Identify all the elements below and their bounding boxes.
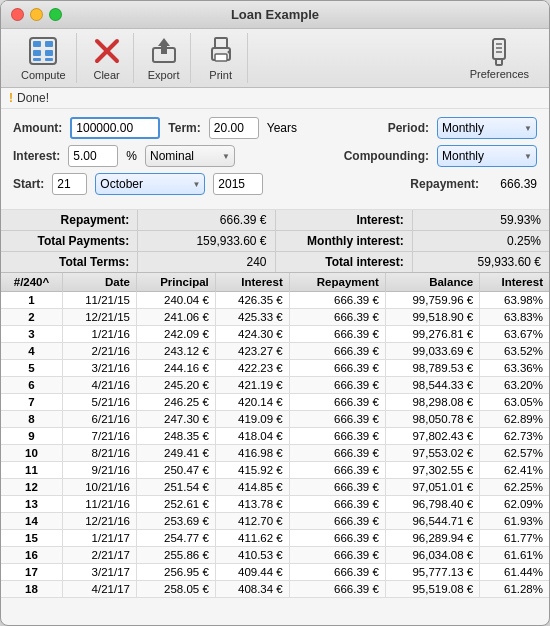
table-cell: 414.85 € [215,479,289,496]
total-terms-label: Total Terms: [1,252,138,272]
term-input[interactable] [209,117,259,139]
print-icon [205,35,237,67]
print-toolbar-item[interactable]: Print [195,33,248,83]
table-row[interactable]: 108/21/16249.41 €416.98 €666.39 €97,553.… [1,445,549,462]
compounding-select-wrapper[interactable]: Monthly [437,145,537,167]
nominal-select[interactable]: Nominal [145,145,235,167]
table-cell: 422.23 € [215,360,289,377]
table-cell: 62.89% [480,411,549,428]
start-label: Start: [13,177,44,191]
table-row[interactable]: 1412/21/16253.69 €412.70 €666.39 €96,544… [1,513,549,530]
table-cell: 408.34 € [215,581,289,598]
table-cell: 420.14 € [215,394,289,411]
table-cell: 98,544.33 € [385,377,479,394]
table-cell: 426.35 € [215,292,289,309]
compounding-select[interactable]: Monthly [437,145,537,167]
table-cell: 61.28% [480,581,549,598]
start-day-input[interactable] [52,173,87,195]
table-cell: 17 [1,564,62,581]
month-select[interactable]: October [95,173,205,195]
table-row[interactable]: 53/21/16244.16 €422.23 €666.39 €98,789.5… [1,360,549,377]
close-button[interactable] [11,8,24,21]
percent-label: % [126,149,137,163]
compute-toolbar-item[interactable]: Compute [11,33,77,83]
clear-toolbar-item[interactable]: Clear [81,33,134,83]
table-cell: 666.39 € [289,462,385,479]
table-row[interactable]: 119/21/16250.47 €415.92 €666.39 €97,302.… [1,462,549,479]
table-cell: 410.53 € [215,547,289,564]
table-cell: 240.04 € [136,292,215,309]
toolbar: Compute Clear Export [1,29,549,88]
table-container[interactable]: #/240^ Date Principal Interest Repayment… [1,273,549,625]
table-row[interactable]: 184/21/17258.05 €408.34 €666.39 €95,519.… [1,581,549,598]
export-toolbar-item[interactable]: Export [138,33,191,83]
col-header-interest: Interest [215,273,289,292]
table-row[interactable]: 64/21/16245.20 €421.19 €666.39 €98,544.3… [1,377,549,394]
repayment-summary-value: 666.39 € [138,210,275,230]
table-cell: 252.61 € [136,496,215,513]
table-row[interactable]: 173/21/17256.95 €409.44 €666.39 €95,777.… [1,564,549,581]
table-row[interactable]: 1210/21/16251.54 €414.85 €666.39 €97,051… [1,479,549,496]
table-row[interactable]: 42/21/16243.12 €423.27 €666.39 €99,033.6… [1,343,549,360]
period-select-wrapper[interactable]: Monthly [437,117,537,139]
minimize-button[interactable] [30,8,43,21]
table-cell: 63.20% [480,377,549,394]
table-row[interactable]: 86/21/16247.30 €419.09 €666.39 €98,050.7… [1,411,549,428]
table-row[interactable]: 1311/21/16252.61 €413.78 €666.39 €96,798… [1,496,549,513]
table-cell: 62.09% [480,496,549,513]
table-cell: 61.77% [480,530,549,547]
svg-rect-13 [215,54,227,61]
nominal-select-wrapper[interactable]: Nominal [145,145,235,167]
col-header-principal: Principal [136,273,215,292]
table-cell: 97,051.01 € [385,479,479,496]
table-cell: 97,302.55 € [385,462,479,479]
table-cell: 12/21/15 [62,309,136,326]
month-select-wrapper[interactable]: October [95,173,205,195]
preferences-toolbar-item[interactable]: Preferences [460,34,539,82]
table-cell: 3/21/17 [62,564,136,581]
table-cell: 666.39 € [289,564,385,581]
table-row[interactable]: 111/21/15240.04 €426.35 €666.39 €99,759.… [1,292,549,309]
table-row[interactable]: 31/21/16242.09 €424.30 €666.39 €99,276.8… [1,326,549,343]
table-cell: 63.36% [480,360,549,377]
maximize-button[interactable] [49,8,62,21]
table-cell: 666.39 € [289,496,385,513]
table-cell: 250.47 € [136,462,215,479]
table-row[interactable]: 151/21/17254.77 €411.62 €666.39 €96,289.… [1,530,549,547]
period-label: Period: [388,121,429,135]
period-select[interactable]: Monthly [437,117,537,139]
table-cell: 8/21/16 [62,445,136,462]
table-cell: 253.69 € [136,513,215,530]
preferences-icon [483,36,515,68]
table-cell: 99,033.69 € [385,343,479,360]
svg-rect-3 [33,50,41,56]
svg-rect-16 [496,59,502,65]
table-row[interactable]: 75/21/16246.25 €420.14 €666.39 €98,298.0… [1,394,549,411]
table-row[interactable]: 162/21/17255.86 €410.53 €666.39 €96,034.… [1,547,549,564]
table-cell: 419.09 € [215,411,289,428]
year-input[interactable] [213,173,263,195]
preferences-label: Preferences [470,68,529,80]
amount-input[interactable] [70,117,160,139]
status-message: Done! [17,91,49,105]
table-cell: 423.27 € [215,343,289,360]
table-cell: 99,276.81 € [385,326,479,343]
form-row-3: Start: October Repayment: 666.39 [13,173,537,195]
table-cell: 7/21/16 [62,428,136,445]
table-cell: 95,519.08 € [385,581,479,598]
table-cell: 666.39 € [289,411,385,428]
table-cell: 421.19 € [215,377,289,394]
compute-label: Compute [21,69,66,81]
table-row[interactable]: 97/21/16248.35 €418.04 €666.39 €97,802.4… [1,428,549,445]
table-cell: 666.39 € [289,547,385,564]
interest-input[interactable] [68,145,118,167]
table-row[interactable]: 212/21/15241.06 €425.33 €666.39 €99,518.… [1,309,549,326]
table-cell: 97,553.02 € [385,445,479,462]
table-cell: 251.54 € [136,479,215,496]
table-cell: 245.20 € [136,377,215,394]
total-payments-value: 159,933.60 € [138,231,275,251]
table-cell: 10 [1,445,62,462]
table-cell: 2/21/17 [62,547,136,564]
table-cell: 98,050.78 € [385,411,479,428]
interest-summary-label: Interest: [276,210,413,230]
